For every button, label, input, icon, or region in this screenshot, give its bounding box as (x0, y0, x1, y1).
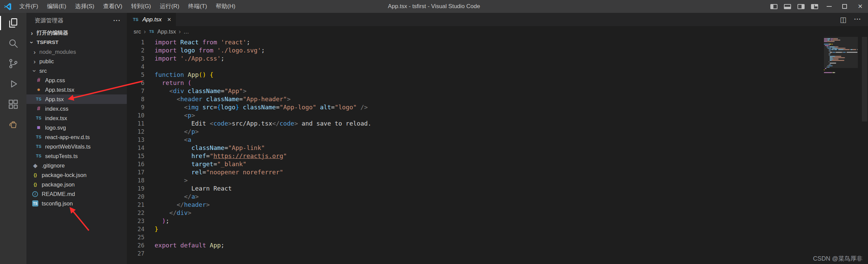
tree-item-label: setupTests.ts (45, 153, 78, 159)
token: './App.css' (180, 55, 221, 62)
token: > (206, 201, 210, 208)
chevron-right-icon: › (31, 58, 38, 65)
tree-item-App.css[interactable]: #App.css (26, 75, 127, 85)
menu-item-0[interactable]: 文件(F) (15, 0, 43, 13)
token: App (210, 242, 221, 249)
line-number: 17 (127, 168, 144, 176)
explorer-icon[interactable] (0, 13, 26, 33)
token: "noopener noreferrer" (206, 169, 283, 176)
close-window-button[interactable]: ✕ (852, 0, 868, 13)
token: code (280, 120, 294, 127)
token: src (202, 104, 214, 111)
open-editors-section[interactable]: › 打开的编辑器 (26, 28, 127, 38)
tree-item-README.md[interactable]: iREADME.md (26, 189, 127, 199)
tsconfig-file-icon: TS (32, 200, 38, 206)
token: "App-header" (243, 95, 287, 103)
chevron-down-icon: › (29, 39, 35, 46)
code-line-6: 6 return ( (127, 79, 821, 87)
breadcrumb-item-0[interactable]: src (134, 28, 141, 35)
tree-item-src[interactable]: ›src (26, 66, 127, 75)
tab-app-tsx[interactable]: TS App.tsx ✕ (127, 13, 176, 26)
token: > (228, 120, 232, 127)
line-number: 19 (127, 184, 144, 193)
minimap-line (824, 72, 858, 73)
project-section[interactable]: › TSFIRST (26, 38, 127, 47)
token (155, 217, 162, 224)
tree-item-label: public (39, 58, 54, 65)
tree-item-App.test.tsx[interactable]: ●App.test.tsx (26, 85, 127, 94)
breadcrumb-item-2[interactable]: … (183, 28, 189, 35)
toggle-secondary-sidebar-icon[interactable] (794, 0, 808, 13)
token (184, 87, 188, 94)
menu-item-4[interactable]: 转到(G) (127, 0, 156, 13)
tree-item-tsconfig.json[interactable]: TStsconfig.json (26, 199, 127, 208)
code-area[interactable]: 1import React from 'react';2import logo … (127, 37, 868, 264)
editor-scrollbar[interactable] (861, 37, 868, 264)
breadcrumb-separator-icon: › (179, 28, 181, 35)
tree-item-setupTests.ts[interactable]: TSsetupTests.ts (26, 151, 127, 161)
more-editor-actions-icon[interactable]: ··· (854, 16, 861, 23)
code-line-5: 5function App() { (127, 71, 821, 79)
customize-layout-icon[interactable] (808, 0, 821, 13)
token: alt (320, 104, 331, 111)
tree-item-index.css[interactable]: #index.css (26, 104, 127, 113)
code-text: return ( (155, 79, 191, 87)
tree-item-reportWebVitals.ts[interactable]: TSreportWebVitals.ts (26, 142, 127, 151)
tree-item-package-lock.json[interactable]: {}package-lock.json (26, 170, 127, 180)
token: ; (166, 217, 170, 224)
vscode-window: 文件(F)编辑(E)选择(S)查看(V)转到(G)运行(R)终端(T)帮助(H)… (0, 0, 868, 264)
run-debug-icon[interactable] (0, 74, 26, 94)
toggle-panel-icon[interactable] (781, 0, 794, 13)
close-tab-icon[interactable]: ✕ (167, 17, 172, 23)
ts-file-icon: TS (35, 135, 43, 139)
more-actions-icon[interactable]: ··· (113, 17, 121, 24)
json-file-icon: {} (31, 182, 39, 187)
token: p (188, 112, 192, 119)
maximize-restore-button[interactable] (837, 0, 852, 13)
token: className (188, 87, 221, 94)
tree-item-.gitignore[interactable]: ◆.gitignore (26, 161, 127, 170)
breadcrumb-separator-icon: › (144, 28, 146, 35)
tree-item-logo.svg[interactable]: ■logo.svg (26, 123, 127, 132)
extensions-icon[interactable] (0, 94, 26, 114)
tree-item-node_modules[interactable]: ›node_modules (26, 47, 127, 57)
breadcrumb-item-1[interactable]: App.tsx (157, 28, 176, 35)
menu-item-6[interactable]: 终端(T) (184, 0, 212, 13)
code-text: className="App-link" (155, 144, 265, 152)
line-number: 5 (127, 71, 144, 79)
token: < (184, 104, 188, 111)
code-line-20: 20 </a> (127, 193, 821, 201)
toggle-sidebar-icon[interactable] (767, 0, 781, 13)
token: href (191, 152, 206, 159)
code-text: Edit <code>src/App.tsx</code> and save t… (155, 119, 371, 128)
search-icon[interactable] (0, 33, 26, 53)
line-number: 7 (127, 87, 144, 95)
tree-item-react-app-env.d.ts[interactable]: TSreact-app-env.d.ts (26, 132, 127, 142)
token: ; (246, 39, 250, 46)
tree-item-App.tsx[interactable]: TSApp.tsx (26, 94, 127, 104)
tree-item-package.json[interactable]: {}package.json (26, 180, 127, 189)
tree-item-index.tsx[interactable]: TSindex.tsx (26, 113, 127, 123)
token: = (206, 152, 210, 159)
custom-extension-icon[interactable] (0, 114, 26, 135)
menu-item-3[interactable]: 查看(V) (99, 0, 127, 13)
menu-item-2[interactable]: 选择(S) (71, 0, 99, 13)
token: > (188, 209, 192, 216)
token (316, 104, 320, 111)
sidebar-title: 资源管理器 (35, 17, 63, 24)
token: from (195, 47, 217, 54)
menu-item-5[interactable]: 运行(R) (155, 0, 184, 13)
source-control-icon[interactable] (0, 53, 26, 74)
breadcrumb: src›TSApp.tsx›… (127, 26, 868, 37)
code-text: > (155, 176, 188, 184)
minimize-button[interactable] (821, 0, 837, 13)
tree-item-public[interactable]: ›public (26, 57, 127, 66)
token: > (184, 177, 188, 184)
split-editor-icon[interactable]: ◫ (840, 16, 847, 24)
token: header (180, 95, 202, 103)
minimap-slider[interactable] (824, 37, 858, 68)
menu-item-1[interactable]: 编辑(E) (43, 0, 71, 13)
menu-item-7[interactable]: 帮助(H) (212, 0, 240, 13)
tab-label: App.tsx (142, 16, 162, 23)
token: = (239, 95, 243, 103)
